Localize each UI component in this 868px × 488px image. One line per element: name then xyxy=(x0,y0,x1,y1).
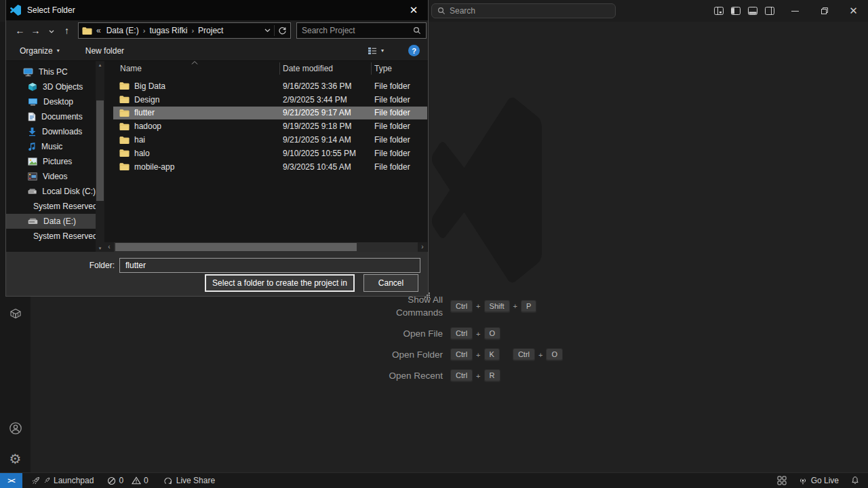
keycap: Ctrl xyxy=(450,369,473,382)
organize-button[interactable]: Organize ▾ xyxy=(20,46,60,56)
toggle-primary-sidebar-icon[interactable] xyxy=(730,5,741,16)
go-live-status-item[interactable]: Go Live xyxy=(798,476,839,485)
problems-status-item[interactable]: 0 0 xyxy=(107,476,148,485)
restore-button[interactable] xyxy=(810,0,839,22)
table-row-design[interactable]: Design 2/9/2025 3:44 PM File folder xyxy=(113,93,427,107)
sidebar-item-videos[interactable]: Videos xyxy=(6,169,96,184)
toggle-panel-icon[interactable] xyxy=(747,5,758,16)
refresh-icon[interactable] xyxy=(278,26,287,35)
rocket-icon xyxy=(31,476,40,485)
keycap: Ctrl xyxy=(450,348,473,361)
file-type: File folder xyxy=(374,95,427,105)
cancel-button[interactable]: Cancel xyxy=(363,274,418,292)
sidebar-item-3d-objects[interactable]: 3D Objects xyxy=(6,79,96,94)
dialog-search-input[interactable] xyxy=(302,26,413,35)
search-icon xyxy=(413,26,421,35)
sidebar-item-documents[interactable]: Documents xyxy=(6,109,96,124)
toggle-secondary-sidebar-icon[interactable] xyxy=(764,5,775,16)
scroll-down-icon[interactable]: ▾ xyxy=(96,246,104,251)
dialog-close-button[interactable]: ✕ xyxy=(403,4,424,16)
sidebar-item-system-reserved-1[interactable]: System Reserved xyxy=(6,199,96,214)
status-bar: >< Launchpad 0 0 Live Share xyxy=(0,472,868,488)
table-row-flutter-selected[interactable]: flutter 9/21/2025 9:17 AM File folder xyxy=(113,107,427,120)
table-row-hadoop[interactable]: hadoop 9/19/2025 9:18 PM File folder xyxy=(113,119,427,133)
file-type: File folder xyxy=(374,121,427,131)
launchpad-status-item[interactable]: Launchpad xyxy=(31,476,94,485)
shortcut-row: Open Recent Ctrl + R xyxy=(368,369,572,382)
breadcrumb-item[interactable]: Data (E:) xyxy=(102,26,143,35)
breadcrumb-overflow[interactable]: « xyxy=(92,26,102,35)
breadcrumb-item[interactable]: tugas Rifki xyxy=(145,26,191,35)
breadcrumb-item[interactable]: Project xyxy=(194,26,227,35)
restore-icon xyxy=(820,6,829,16)
bell-icon[interactable] xyxy=(850,476,860,485)
plus-sign: + xyxy=(538,351,542,359)
keycap: Ctrl xyxy=(450,300,473,313)
places-sidebar: This PC 3D Objects Desktop Documents Dow… xyxy=(6,61,96,252)
plus-sign: + xyxy=(476,302,480,310)
sidebar-item-data-e[interactable]: Data (E:) xyxy=(6,214,96,229)
forward-button[interactable]: → xyxy=(28,25,43,36)
dialog-search-box[interactable] xyxy=(296,22,427,39)
column-header-type[interactable]: Type xyxy=(374,64,392,73)
scrollbar-track[interactable] xyxy=(114,242,418,252)
table-row-hai[interactable]: hai 9/21/2025 9:14 AM File folder xyxy=(113,133,427,147)
column-divider[interactable] xyxy=(279,62,280,75)
download-icon xyxy=(28,127,37,136)
select-folder-button[interactable]: Select a folder to create the project in xyxy=(205,274,355,292)
change-view-button[interactable]: ▾ xyxy=(368,47,384,55)
settings-gear-icon[interactable]: ⚙ xyxy=(0,451,31,467)
grid-cells-icon[interactable] xyxy=(777,476,787,485)
live-share-status-item[interactable]: Live Share xyxy=(163,476,215,485)
table-row-big-data[interactable]: Big Data 9/16/2025 3:36 PM File folder xyxy=(113,79,427,93)
sidebar-item-label: System Reserved xyxy=(33,202,96,211)
up-button[interactable]: ↑ xyxy=(59,25,75,36)
file-rows: Big Data 9/16/2025 3:36 PM File folder D… xyxy=(104,79,427,174)
resize-grip[interactable] xyxy=(425,293,426,294)
window-close-button[interactable]: ✕ xyxy=(839,0,868,22)
command-center-search[interactable]: Search xyxy=(431,3,616,18)
customize-layout-icon[interactable] xyxy=(713,5,724,16)
scroll-up-icon[interactable]: ▴ xyxy=(96,62,104,68)
sidebar-item-pictures[interactable]: Pictures xyxy=(6,154,96,169)
scroll-left-icon[interactable]: ‹ xyxy=(104,242,114,252)
address-bar[interactable]: « Data (E:) › tugas Rifki › Project xyxy=(78,22,291,39)
sidebar-scrollbar[interactable]: ▴ ▾ xyxy=(96,61,104,252)
keycap: O xyxy=(546,348,563,361)
file-type: File folder xyxy=(374,149,427,158)
sidebar-item-local-disk-c[interactable]: Local Disk (C:) xyxy=(6,184,96,199)
table-row-halo[interactable]: halo 9/10/2025 10:55 PM File folder xyxy=(113,147,427,160)
sidebar-item-this-pc[interactable]: This PC xyxy=(6,64,96,79)
scrollbar-thumb[interactable] xyxy=(115,243,357,251)
new-folder-button[interactable]: New folder xyxy=(85,46,124,56)
scroll-right-icon[interactable]: › xyxy=(418,242,427,252)
back-button[interactable]: ← xyxy=(12,25,28,36)
file-name: mobile-app xyxy=(134,162,283,172)
column-header-name[interactable]: Name xyxy=(120,64,142,73)
folder-icon xyxy=(119,136,130,145)
dialog-toolbar: Organize ▾ New folder ▾ ? xyxy=(6,41,428,61)
dialog-footer: Folder: Select a folder to create the pr… xyxy=(6,252,428,296)
recent-locations-chevron[interactable] xyxy=(43,25,59,36)
sidebar-item-music[interactable]: Music xyxy=(6,139,96,154)
horizontal-scrollbar[interactable]: ‹ › xyxy=(104,242,427,252)
sidebar-item-system-reserved-2[interactable]: System Reserved xyxy=(6,229,96,244)
sidebar-item-label: This PC xyxy=(39,67,68,77)
address-dropdown-chevron[interactable] xyxy=(264,29,271,33)
container-icon[interactable] xyxy=(0,306,31,320)
minimize-button[interactable] xyxy=(781,0,810,22)
folder-name-input[interactable] xyxy=(119,258,420,273)
sidebar-item-desktop[interactable]: Desktop xyxy=(6,94,96,109)
scrollbar-thumb[interactable] xyxy=(96,100,104,201)
dropdown-triangle-icon: ▾ xyxy=(57,48,60,54)
column-header-date[interactable]: Date modified xyxy=(283,64,333,73)
help-button[interactable]: ? xyxy=(408,45,420,56)
file-date: 9/16/2025 3:36 PM xyxy=(283,81,374,91)
sidebar-item-downloads[interactable]: Downloads xyxy=(6,124,96,139)
file-date: 9/19/2025 9:18 PM xyxy=(283,121,374,131)
accounts-icon[interactable] xyxy=(0,421,31,436)
remote-indicator[interactable]: >< xyxy=(0,473,22,488)
column-divider[interactable] xyxy=(371,62,372,75)
table-row-mobile-app[interactable]: mobile-app 9/3/2025 10:45 AM File folder xyxy=(113,160,427,174)
dropdown-triangle-icon: ▾ xyxy=(381,48,384,54)
